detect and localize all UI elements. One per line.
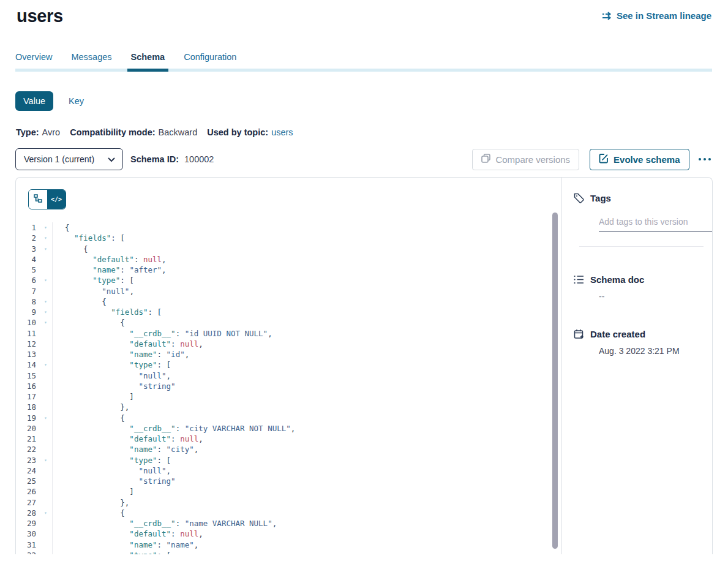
compare-versions-label: Compare versions xyxy=(495,154,570,165)
code-text: "null", xyxy=(52,286,561,296)
code-line: 6▾ "type": [ xyxy=(16,275,561,285)
code-line: 30 "default": null, xyxy=(16,529,561,539)
line-number: 16 xyxy=(16,381,39,391)
fold-toggle-icon[interactable]: ▾ xyxy=(39,275,52,285)
fold-toggle-icon[interactable]: ▾ xyxy=(39,508,52,518)
ellipsis-icon xyxy=(699,158,702,161)
fold-spacer xyxy=(39,423,52,434)
line-number: 20 xyxy=(16,423,39,434)
line-number: 23 xyxy=(16,455,39,465)
sidebar-divider xyxy=(579,246,704,247)
schema-panel: </> 1▾{2▾ "fields": [3▾ {4 "default": nu… xyxy=(15,177,713,554)
code-text: "__crdb__": "id UUID NOT NULL", xyxy=(52,328,561,339)
code-line: 5 "name": "after", xyxy=(16,265,561,275)
stream-lineage-link[interactable]: See in Stream lineage xyxy=(602,10,711,21)
tags-section-header: Tags xyxy=(574,193,704,203)
fold-toggle-icon[interactable]: ▾ xyxy=(39,413,52,423)
code-line: 26 ] xyxy=(16,486,561,497)
code-text: "type": [ xyxy=(52,455,561,465)
version-select-value: Version 1 (current) xyxy=(24,154,94,164)
fold-toggle-icon[interactable]: ▾ xyxy=(39,455,52,465)
fold-spacer xyxy=(39,518,52,529)
fold-toggle-icon[interactable]: ▾ xyxy=(39,360,52,370)
fold-spacer xyxy=(39,540,52,550)
code-line: 22 "name": "city", xyxy=(16,444,561,454)
fold-spacer xyxy=(39,434,52,444)
code-text: "name": "city", xyxy=(52,444,561,454)
fold-toggle-icon[interactable]: ▾ xyxy=(39,307,52,317)
code-line: 9▾ "fields": [ xyxy=(16,307,561,317)
line-number: 25 xyxy=(16,476,39,486)
code-line: 2▾ "fields": [ xyxy=(16,233,561,243)
code-line: 27 }, xyxy=(16,497,561,508)
fold-toggle-icon[interactable]: ▾ xyxy=(39,550,52,554)
fold-spacer xyxy=(39,465,52,476)
add-tags-input[interactable] xyxy=(599,217,713,232)
line-number: 14 xyxy=(16,360,39,370)
fold-toggle-icon[interactable]: ▾ xyxy=(39,317,52,328)
fold-toggle-icon[interactable]: ▾ xyxy=(39,244,52,254)
tree-view-icon xyxy=(34,194,42,205)
line-number: 12 xyxy=(16,339,39,349)
line-number: 5 xyxy=(16,265,39,275)
code-text: ] xyxy=(52,486,561,497)
date-created-value: Aug. 3 2022 3:21 PM xyxy=(599,346,704,356)
line-number: 17 xyxy=(16,391,39,402)
code-text: "default": null, xyxy=(52,529,561,539)
code-text: "fields": [ xyxy=(52,307,561,317)
code-view-button[interactable]: </> xyxy=(47,190,66,209)
code-line: 4 "default": null, xyxy=(16,254,561,265)
key-toggle-button[interactable]: Key xyxy=(69,96,84,106)
stream-lineage-label: See in Stream lineage xyxy=(617,10,711,21)
fold-spacer xyxy=(39,529,52,539)
line-number: 30 xyxy=(16,529,39,539)
evolve-schema-button[interactable]: Evolve schema xyxy=(590,149,689,170)
code-text: }, xyxy=(52,402,561,412)
stream-lineage-icon xyxy=(602,12,612,20)
code-text: { xyxy=(52,508,561,518)
schema-doc-value: -- xyxy=(599,292,704,301)
fold-spacer xyxy=(39,497,52,508)
code-text: "type": [ xyxy=(52,360,561,370)
fold-spacer xyxy=(39,254,52,265)
code-text: "fields": [ xyxy=(52,233,561,243)
code-line: 29 "__crdb__": "name VARCHAR NULL", xyxy=(16,518,561,529)
tags-title: Tags xyxy=(590,193,611,203)
line-number: 21 xyxy=(16,434,39,444)
code-text: }, xyxy=(52,497,561,508)
compare-versions-button[interactable]: Compare versions xyxy=(472,149,579,170)
value-toggle-button[interactable]: Value xyxy=(15,91,53,111)
schema-id-value: 100002 xyxy=(184,154,214,164)
code-line: 17 ] xyxy=(16,391,561,402)
code-text: { xyxy=(52,222,561,233)
fold-toggle-icon[interactable]: ▾ xyxy=(39,222,52,233)
fold-toggle-icon[interactable]: ▾ xyxy=(39,233,52,243)
line-number: 15 xyxy=(16,371,39,381)
evolve-schema-label: Evolve schema xyxy=(614,154,680,165)
list-icon xyxy=(574,275,584,284)
schema-code-editor[interactable]: 1▾{2▾ "fields": [3▾ {4 "default": null,5… xyxy=(16,222,561,554)
line-number: 9 xyxy=(16,307,39,317)
tree-view-button[interactable] xyxy=(29,190,47,209)
code-view-icon: </> xyxy=(51,196,62,203)
code-text: "__crdb__": "city VARCHAR NOT NULL", xyxy=(52,423,561,434)
code-text: { xyxy=(52,413,561,423)
line-number: 13 xyxy=(16,349,39,360)
code-line: 11 "__crdb__": "id UUID NOT NULL", xyxy=(16,328,561,339)
fold-spacer xyxy=(39,349,52,360)
tab-bar: Overview Messages Schema Configuration xyxy=(0,52,728,72)
code-line: 14▾ "type": [ xyxy=(16,360,561,370)
page-header: users See in Stream lineage xyxy=(0,0,728,26)
vertical-scrollbar-thumb[interactable] xyxy=(552,213,558,549)
line-number: 24 xyxy=(16,465,39,476)
line-number: 31 xyxy=(16,540,39,550)
code-text: "string" xyxy=(52,476,561,486)
version-select[interactable]: Version 1 (current) xyxy=(15,148,123,170)
more-options-button[interactable] xyxy=(697,154,713,165)
schema-id: Schema ID: 100002 xyxy=(130,154,214,164)
fold-toggle-icon[interactable]: ▾ xyxy=(39,296,52,307)
line-number: 18 xyxy=(16,402,39,412)
fold-spacer xyxy=(39,402,52,412)
tab-schema[interactable]: Schema xyxy=(131,52,165,72)
topic-link[interactable]: users xyxy=(271,127,293,137)
